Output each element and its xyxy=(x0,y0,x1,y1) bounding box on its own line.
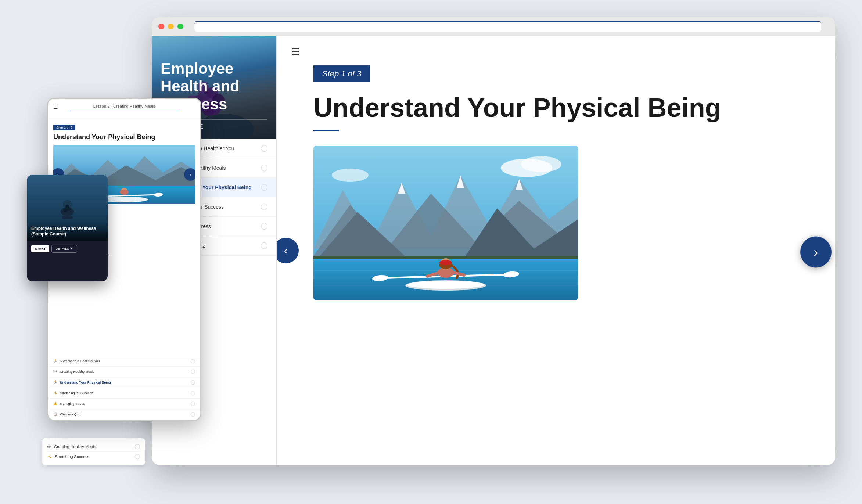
svg-point-51 xyxy=(61,207,74,216)
tablet-lesson-item-6[interactable]: 📋 Wellness Quiz xyxy=(48,409,200,420)
tablet-lesson-item-3[interactable]: 🏃 Understand Your Physical Being xyxy=(48,377,200,388)
card-lesson-1[interactable]: 🍽 Creating Healthy Meals xyxy=(47,442,140,452)
chevron-down-icon: ▼ xyxy=(70,247,73,251)
card-icon-1: 🍽 xyxy=(47,445,51,449)
t-lesson-icon-3: 🏃 xyxy=(53,380,58,385)
svg-point-15 xyxy=(332,169,369,182)
course-card-bottom: 🍽 Creating Healthy Meals 🤸 Stretching Su… xyxy=(42,438,145,465)
tablet-lesson-item-1[interactable]: 🏃 5 Weeks to a Healthier You xyxy=(48,356,200,367)
prev-arrow-icon: ‹ xyxy=(284,244,288,257)
t-lesson-check-4 xyxy=(191,391,195,395)
t-lesson-check-1 xyxy=(191,359,195,363)
lesson-check-4 xyxy=(261,204,267,210)
browser-titlebar xyxy=(152,17,835,36)
t-lesson-check-5 xyxy=(191,402,195,406)
phone-bg-image: Employee Health and Wellness (Sample Cou… xyxy=(27,175,108,241)
phone-overlay-text: Employee Health and Wellness (Sample Cou… xyxy=(27,222,108,241)
title-underline xyxy=(313,130,339,131)
svg-point-29 xyxy=(407,281,484,289)
scene: Employee Health and Wellness 0% COMPLETE… xyxy=(27,17,835,487)
phone-start-button[interactable]: START xyxy=(31,245,49,252)
lesson-title: Understand Your Physical Being xyxy=(313,93,798,122)
card-check-2 xyxy=(135,454,140,459)
tablet-step-badge: Step 1 of 3 xyxy=(53,125,75,130)
hamburger-menu[interactable]: ☰ xyxy=(291,46,300,58)
tablet-next-icon: › xyxy=(190,172,191,177)
t-lesson-icon-5: 🧘 xyxy=(53,402,58,406)
lesson-check-6 xyxy=(261,242,267,249)
t-lesson-check-6 xyxy=(191,412,195,417)
svg-point-14 xyxy=(521,156,561,172)
svg-rect-52 xyxy=(62,216,73,219)
t-lesson-check-2 xyxy=(191,370,195,374)
tablet-lesson-title: Lesson 2 - Creating Healthy Meals xyxy=(93,104,155,108)
browser-body: Employee Health and Wellness 0% COMPLETE… xyxy=(152,36,835,465)
browser-window: Employee Health and Wellness 0% COMPLETE… xyxy=(152,17,835,465)
lesson-check-2 xyxy=(261,165,267,171)
lesson-image xyxy=(313,146,578,300)
phone-buttons: START DETAILS ▼ xyxy=(27,241,108,256)
tablet-next-button[interactable]: › xyxy=(184,168,195,181)
t-lesson-icon-1: 🏃 xyxy=(53,359,58,363)
prev-nav-button[interactable]: ‹ xyxy=(277,238,299,263)
minimize-button[interactable] xyxy=(168,24,174,29)
tablet-menu-icon[interactable]: ☰ xyxy=(53,104,58,110)
t-lesson-icon-2: 🍽 xyxy=(53,370,58,374)
close-button[interactable] xyxy=(158,24,164,29)
maximize-button[interactable] xyxy=(177,24,183,29)
next-nav-button[interactable]: › xyxy=(800,237,832,268)
card-lesson-2[interactable]: 🤸 Stretching Success xyxy=(47,452,140,461)
hamburger-icon: ☰ xyxy=(291,46,300,57)
lesson-check-5 xyxy=(261,223,267,230)
url-bar[interactable] xyxy=(194,21,821,32)
next-arrow-icon: › xyxy=(814,244,818,260)
tablet-lesson-item-5[interactable]: 🧘 Managing Stress xyxy=(48,399,200,409)
tablet-heading: Understand Your Physical Being xyxy=(53,133,195,141)
svg-point-55 xyxy=(65,205,69,208)
t-lesson-icon-4: 🤸 xyxy=(53,391,58,395)
tablet-lesson-item-4[interactable]: 🤸 Stretching for Success xyxy=(48,388,200,399)
tablet-lesson-item-2[interactable]: 🍽 Creating Healthy Meals xyxy=(48,367,200,377)
tablet-lesson-list: 🏃 5 Weeks to a Healthier You 🍽 Creating … xyxy=(48,356,200,420)
tablet-progress-line xyxy=(68,111,180,111)
card-check-1 xyxy=(135,444,140,449)
tablet-header: ☰ Lesson 2 - Creating Healthy Meals xyxy=(48,99,200,118)
phone-inner: Employee Health and Wellness (Sample Cou… xyxy=(27,175,108,281)
main-content: ☰ ‹ Step 1 of 3 Understand Your Physical… xyxy=(277,36,835,465)
step-badge: Step 1 of 3 xyxy=(313,65,370,82)
phone-course-title: Employee Health and Wellness (Sample Cou… xyxy=(31,226,103,237)
t-lesson-icon-6: 📋 xyxy=(53,412,58,417)
card-icon-2: 🤸 xyxy=(47,455,52,459)
t-lesson-check-3 xyxy=(191,380,195,385)
svg-point-48 xyxy=(120,190,129,195)
lesson-check-1 xyxy=(261,145,267,152)
phone-device: Employee Health and Wellness (Sample Cou… xyxy=(27,175,108,281)
phone-details-button[interactable]: DETAILS ▼ xyxy=(51,245,77,253)
svg-point-38 xyxy=(439,260,452,265)
lesson-check-3 xyxy=(261,184,267,191)
